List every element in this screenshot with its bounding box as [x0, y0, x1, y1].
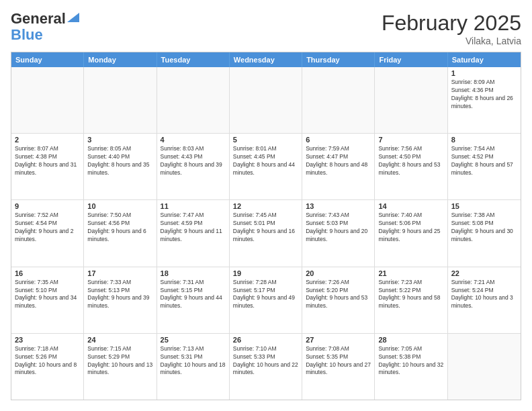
calendar-cell: 16Sunrise: 7:35 AM Sunset: 5:10 PM Dayli…	[11, 267, 84, 333]
day-number: 6	[306, 136, 371, 144]
day-number: 26	[233, 336, 298, 344]
day-info: Sunrise: 7:31 AM Sunset: 5:15 PM Dayligh…	[161, 279, 226, 311]
day-number: 18	[161, 269, 226, 277]
day-info: Sunrise: 8:05 AM Sunset: 4:40 PM Dayligh…	[87, 145, 152, 177]
day-info: Sunrise: 7:43 AM Sunset: 5:03 PM Dayligh…	[306, 212, 371, 244]
day-number: 5	[233, 136, 298, 144]
day-info: Sunrise: 7:05 AM Sunset: 5:38 PM Dayligh…	[378, 345, 443, 377]
day-info: Sunrise: 7:59 AM Sunset: 4:47 PM Dayligh…	[306, 145, 371, 177]
calendar-cell: 12Sunrise: 7:45 AM Sunset: 5:01 PM Dayli…	[230, 200, 302, 266]
day-number: 24	[87, 336, 152, 344]
logo-icon	[67, 13, 79, 22]
header-day-thursday: Thursday	[302, 52, 375, 67]
calendar-cell: 8Sunrise: 7:54 AM Sunset: 4:52 PM Daylig…	[448, 134, 521, 199]
logo: General Blue	[11, 11, 79, 43]
header-day-tuesday: Tuesday	[157, 52, 230, 67]
calendar-header: SundayMondayTuesdayWednesdayThursdayFrid…	[11, 52, 521, 67]
calendar-cell	[230, 67, 302, 133]
calendar-cell: 3Sunrise: 8:05 AM Sunset: 4:40 PM Daylig…	[84, 134, 157, 199]
calendar-cell: 28Sunrise: 7:05 AM Sunset: 5:38 PM Dayli…	[375, 334, 447, 400]
calendar-cell	[84, 67, 157, 133]
month-title: February 2025	[382, 11, 521, 36]
header-day-sunday: Sunday	[11, 52, 84, 67]
day-number: 13	[306, 202, 371, 210]
day-number: 21	[378, 269, 443, 277]
day-info: Sunrise: 7:21 AM Sunset: 5:24 PM Dayligh…	[451, 279, 517, 311]
header-day-monday: Monday	[84, 52, 157, 67]
day-info: Sunrise: 8:09 AM Sunset: 4:36 PM Dayligh…	[451, 79, 517, 111]
day-info: Sunrise: 7:38 AM Sunset: 5:08 PM Dayligh…	[451, 212, 517, 244]
location-subtitle: Vilaka, Latvia	[382, 36, 521, 46]
day-number: 28	[378, 336, 443, 344]
calendar-cell: 15Sunrise: 7:38 AM Sunset: 5:08 PM Dayli…	[448, 200, 521, 266]
calendar-cell: 21Sunrise: 7:23 AM Sunset: 5:22 PM Dayli…	[375, 267, 447, 333]
calendar-cell: 5Sunrise: 8:01 AM Sunset: 4:45 PM Daylig…	[230, 134, 302, 199]
calendar-cell: 2Sunrise: 8:07 AM Sunset: 4:38 PM Daylig…	[11, 134, 84, 199]
calendar-cell: 10Sunrise: 7:50 AM Sunset: 4:56 PM Dayli…	[84, 200, 157, 266]
day-info: Sunrise: 8:07 AM Sunset: 4:38 PM Dayligh…	[15, 145, 80, 177]
day-number: 11	[161, 202, 226, 210]
header: General Blue February 2025 Vilaka, Latvi…	[11, 11, 521, 46]
page: General Blue February 2025 Vilaka, Latvi…	[0, 0, 532, 411]
calendar-cell: 13Sunrise: 7:43 AM Sunset: 5:03 PM Dayli…	[302, 200, 375, 266]
calendar-body: 1Sunrise: 8:09 AM Sunset: 4:36 PM Daylig…	[11, 67, 521, 400]
day-number: 20	[306, 269, 371, 277]
calendar-row-1: 2Sunrise: 8:07 AM Sunset: 4:38 PM Daylig…	[11, 133, 521, 199]
calendar-cell: 25Sunrise: 7:13 AM Sunset: 5:31 PM Dayli…	[157, 334, 230, 400]
calendar-cell: 18Sunrise: 7:31 AM Sunset: 5:15 PM Dayli…	[157, 267, 230, 333]
header-day-friday: Friday	[375, 52, 447, 67]
day-info: Sunrise: 7:54 AM Sunset: 4:52 PM Dayligh…	[451, 145, 517, 177]
day-number: 22	[451, 269, 517, 277]
calendar-cell: 17Sunrise: 7:33 AM Sunset: 5:13 PM Dayli…	[84, 267, 157, 333]
day-info: Sunrise: 7:45 AM Sunset: 5:01 PM Dayligh…	[233, 212, 298, 244]
day-number: 10	[87, 202, 152, 210]
calendar-cell: 27Sunrise: 7:08 AM Sunset: 5:35 PM Dayli…	[302, 334, 375, 400]
day-number: 16	[15, 269, 80, 277]
day-number: 9	[15, 202, 80, 210]
calendar-cell	[448, 334, 521, 400]
day-info: Sunrise: 7:47 AM Sunset: 4:59 PM Dayligh…	[161, 212, 226, 244]
calendar-cell	[11, 67, 84, 133]
day-number: 23	[15, 336, 80, 344]
calendar-cell: 7Sunrise: 7:56 AM Sunset: 4:50 PM Daylig…	[375, 134, 447, 199]
day-info: Sunrise: 7:23 AM Sunset: 5:22 PM Dayligh…	[378, 279, 443, 311]
day-number: 17	[87, 269, 152, 277]
calendar-cell: 1Sunrise: 8:09 AM Sunset: 4:36 PM Daylig…	[448, 67, 521, 133]
day-info: Sunrise: 7:35 AM Sunset: 5:10 PM Dayligh…	[15, 279, 80, 311]
day-number: 25	[161, 336, 226, 344]
logo-text-line2: Blue	[11, 26, 43, 43]
day-info: Sunrise: 7:28 AM Sunset: 5:17 PM Dayligh…	[233, 279, 298, 311]
day-number: 15	[451, 202, 517, 210]
day-info: Sunrise: 7:08 AM Sunset: 5:35 PM Dayligh…	[306, 345, 371, 377]
day-number: 7	[378, 136, 443, 144]
day-info: Sunrise: 7:26 AM Sunset: 5:20 PM Dayligh…	[306, 279, 371, 311]
calendar-cell: 19Sunrise: 7:28 AM Sunset: 5:17 PM Dayli…	[230, 267, 302, 333]
day-info: Sunrise: 7:33 AM Sunset: 5:13 PM Dayligh…	[87, 279, 152, 311]
header-day-saturday: Saturday	[448, 52, 521, 67]
day-info: Sunrise: 7:56 AM Sunset: 4:50 PM Dayligh…	[378, 145, 443, 177]
calendar-cell	[302, 67, 375, 133]
day-number: 27	[306, 336, 371, 344]
calendar-row-3: 16Sunrise: 7:35 AM Sunset: 5:10 PM Dayli…	[11, 267, 521, 333]
day-info: Sunrise: 7:15 AM Sunset: 5:29 PM Dayligh…	[87, 345, 152, 377]
day-info: Sunrise: 7:52 AM Sunset: 4:54 PM Dayligh…	[15, 212, 80, 244]
calendar-cell: 9Sunrise: 7:52 AM Sunset: 4:54 PM Daylig…	[11, 200, 84, 266]
calendar-row-0: 1Sunrise: 8:09 AM Sunset: 4:36 PM Daylig…	[11, 67, 521, 133]
calendar-cell: 6Sunrise: 7:59 AM Sunset: 4:47 PM Daylig…	[302, 134, 375, 199]
calendar-cell: 20Sunrise: 7:26 AM Sunset: 5:20 PM Dayli…	[302, 267, 375, 333]
day-number: 1	[451, 69, 517, 77]
day-number: 8	[451, 136, 517, 144]
day-info: Sunrise: 7:10 AM Sunset: 5:33 PM Dayligh…	[233, 345, 298, 377]
calendar-cell: 14Sunrise: 7:40 AM Sunset: 5:06 PM Dayli…	[375, 200, 447, 266]
svg-marker-0	[67, 13, 79, 22]
logo-text-line1: General	[11, 11, 66, 27]
day-info: Sunrise: 7:13 AM Sunset: 5:31 PM Dayligh…	[161, 345, 226, 377]
day-info: Sunrise: 8:03 AM Sunset: 4:43 PM Dayligh…	[161, 145, 226, 177]
calendar-row-4: 23Sunrise: 7:18 AM Sunset: 5:26 PM Dayli…	[11, 333, 521, 400]
day-number: 2	[15, 136, 80, 144]
title-block: February 2025 Vilaka, Latvia	[382, 11, 521, 46]
day-info: Sunrise: 8:01 AM Sunset: 4:45 PM Dayligh…	[233, 145, 298, 177]
day-number: 3	[87, 136, 152, 144]
calendar-cell	[157, 67, 230, 133]
day-number: 14	[378, 202, 443, 210]
